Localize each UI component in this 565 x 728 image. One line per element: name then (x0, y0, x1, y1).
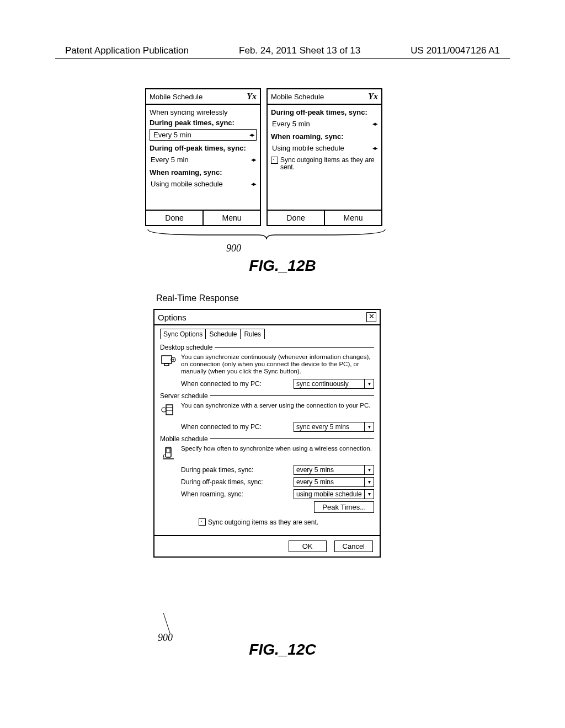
desktop-icon (160, 354, 177, 370)
peak-spinner[interactable]: Every 5 min ◂▸ (150, 129, 257, 141)
menu-button[interactable]: Menu (204, 211, 260, 225)
server-sync-select[interactable]: sync every 5 mins ▾ (294, 422, 374, 432)
menu-button[interactable]: Menu (325, 211, 381, 225)
select-value: sync every 5 mins (294, 422, 364, 431)
mobile-roaming-label: When roaming, sync: (181, 490, 289, 498)
roaming-spinner[interactable]: Using mobile schedule ◂▸ (271, 143, 378, 153)
group-label-server: Server schedule (160, 392, 208, 400)
done-button[interactable]: Done (146, 211, 204, 225)
divider (215, 347, 374, 348)
fig12c-caption: Real-Time Response (156, 293, 239, 303)
tabs: Sync Options Schedule Rules (160, 329, 374, 339)
tab-schedule[interactable]: Schedule (205, 329, 241, 339)
page-header: Patent Application Publication Feb. 24, … (65, 45, 500, 56)
desktop-schedule-description: You can synchronize continuously (whenev… (181, 354, 374, 376)
mobile-icon (160, 445, 177, 462)
checkbox-icon (271, 157, 278, 164)
options-dialog: Options ✕ Sync Options Schedule Rules De… (153, 309, 381, 558)
mobile-peak-label: During peak times, sync: (181, 466, 289, 474)
close-icon[interactable]: ✕ (366, 312, 376, 322)
mobile-offpeak-label: During off-peak times, sync: (181, 478, 289, 486)
mobile-schedule-panel-left: Mobile Schedule Yx When syncing wireless… (145, 88, 261, 226)
header-left: Patent Application Publication (65, 45, 189, 56)
server-row-label: When connected to my PC: (181, 423, 289, 431)
spinner-arrows-icon: ◂▸ (372, 144, 377, 152)
chevron-down-icon: ▾ (364, 490, 374, 499)
mobile-peak-select[interactable]: every 5 mins ▾ (294, 465, 374, 475)
peak-spinner-value: Every 5 min (153, 131, 191, 139)
select-value: every 5 mins (294, 478, 364, 486)
mobile-offpeak-select[interactable]: every 5 mins ▾ (294, 477, 374, 487)
checkbox-icon (199, 518, 206, 526)
group-label-mobile: Mobile schedule (160, 435, 208, 443)
offpeak-spinner-value: Every 5 min (272, 120, 310, 128)
desktop-row-label: When connected to my PC: (181, 380, 289, 388)
signal-icon: Yx (368, 92, 378, 101)
spinner-arrows-icon: ◂▸ (249, 131, 254, 138)
mobile-roaming-select[interactable]: using mobile schedule ▾ (294, 489, 374, 499)
sync-outgoing-checkbox[interactable]: Sync outgoing items as they are sent. (271, 157, 378, 171)
header-right: US 2011/0047126 A1 (411, 45, 500, 56)
divider (210, 438, 374, 439)
ok-button[interactable]: OK (289, 540, 327, 552)
figure-label-12b: FIG._12B (0, 257, 565, 275)
chevron-down-icon: ▾ (364, 465, 374, 474)
checkbox-label: Sync outgoing items as they are sent. (280, 157, 378, 171)
panel-title: Mobile Schedule (271, 93, 324, 101)
svg-rect-0 (162, 356, 172, 363)
desktop-sync-select[interactable]: sync continuously ▾ (294, 379, 374, 389)
spinner-arrows-icon: ◂▸ (251, 156, 255, 163)
offpeak-spinner[interactable]: Every 5 min ◂▸ (150, 154, 257, 165)
tab-sync-options[interactable]: Sync Options (160, 329, 206, 339)
header-rule (55, 58, 510, 59)
chevron-down-icon: ▾ (364, 478, 374, 486)
label-peak-times: During peak times, sync: (150, 119, 257, 127)
select-value: sync continuously (294, 379, 364, 388)
svg-rect-3 (166, 405, 173, 415)
label-syncing-wirelessly: When syncing wirelessly (150, 108, 257, 116)
group-label-desktop: Desktop schedule (160, 344, 212, 351)
offpeak-spinner-value: Every 5 min (151, 156, 189, 164)
figure-label-12c: FIG._12C (0, 641, 565, 659)
checkbox-label: Sync outgoing items as they are sent. (208, 518, 318, 526)
dialog-title: Options (158, 313, 186, 322)
header-center: Feb. 24, 2011 Sheet 13 of 13 (239, 45, 360, 56)
label-roaming: When roaming, sync: (150, 168, 257, 176)
label-offpeak-times: During off-peak times, sync: (271, 108, 378, 116)
peak-times-button[interactable]: Peak Times... (314, 501, 374, 513)
tab-rules[interactable]: Rules (240, 329, 265, 339)
mobile-schedule-panel-right: Mobile Schedule Yx During off-peak times… (266, 88, 382, 226)
divider (210, 395, 374, 396)
server-schedule-description: You can synchronize with a server using … (181, 402, 374, 419)
select-value: using mobile schedule (294, 490, 364, 499)
label-roaming: When roaming, sync: (271, 132, 378, 141)
chevron-down-icon: ▾ (364, 422, 374, 431)
cancel-button[interactable]: Cancel (334, 540, 373, 552)
spinner-arrows-icon: ◂▸ (372, 120, 377, 127)
panel-title: Mobile Schedule (150, 93, 202, 101)
mobile-schedule-description: Specify how often to synchronize when us… (181, 445, 374, 462)
brace-icon (145, 228, 388, 239)
leader-line (163, 613, 193, 634)
signal-icon: Yx (247, 92, 257, 101)
roaming-spinner-value: Using mobile schedule (151, 180, 223, 188)
select-value: every 5 mins (294, 465, 364, 474)
chevron-down-icon: ▾ (364, 379, 374, 388)
svg-rect-1 (164, 363, 169, 366)
label-offpeak-times: During off-peak times, sync: (150, 144, 257, 152)
svg-rect-8 (167, 448, 170, 453)
sync-outgoing-checkbox[interactable]: Sync outgoing items as they are sent. (199, 518, 374, 526)
roaming-spinner[interactable]: Using mobile schedule ◂▸ (150, 179, 257, 189)
figure-12b: Mobile Schedule Yx When syncing wireless… (145, 88, 388, 239)
roaming-spinner-value: Using mobile schedule (272, 144, 344, 152)
offpeak-spinner[interactable]: Every 5 min ◂▸ (271, 119, 378, 129)
server-icon (160, 402, 177, 419)
done-button[interactable]: Done (268, 211, 325, 225)
svg-point-6 (162, 408, 166, 412)
spinner-arrows-icon: ◂▸ (251, 180, 255, 188)
reference-numeral-900: 900 (226, 243, 241, 254)
